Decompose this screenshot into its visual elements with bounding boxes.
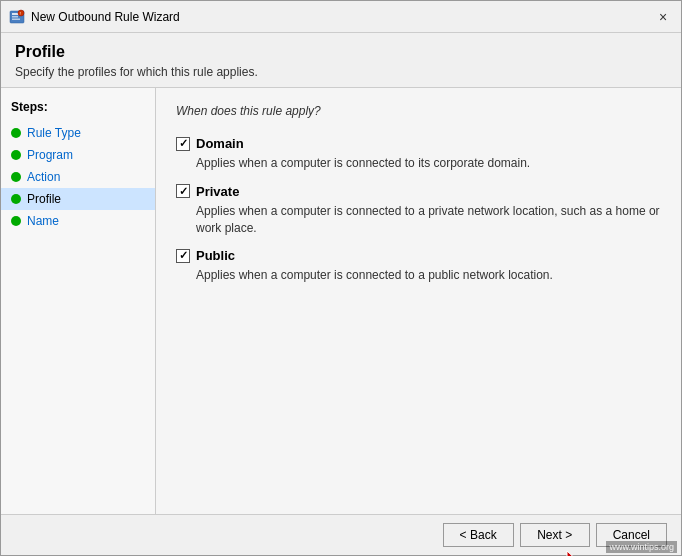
svg-marker-6 — [567, 551, 581, 556]
private-label: Private — [196, 184, 239, 199]
title-bar-left: ! New Outbound Rule Wizard — [9, 9, 180, 25]
domain-option: Domain Applies when a computer is connec… — [176, 136, 661, 172]
step-dot-program — [11, 150, 21, 160]
sidebar-item-rule-type: Rule Type — [1, 122, 155, 144]
main-panel: When does this rule apply? Domain Applie… — [156, 88, 681, 514]
sidebar-item-label-name: Name — [27, 214, 59, 228]
public-description: Applies when a computer is connected to … — [196, 267, 661, 284]
step-dot-action — [11, 172, 21, 182]
step-dot-profile — [11, 194, 21, 204]
dialog-window: ! New Outbound Rule Wizard × Profile Spe… — [0, 0, 682, 556]
svg-rect-2 — [12, 16, 18, 18]
sidebar-item-action: Action — [1, 166, 155, 188]
public-option: Public Applies when a computer is connec… — [176, 248, 661, 284]
domain-checkbox[interactable] — [176, 137, 190, 151]
header-section: Profile Specify the profiles for which t… — [1, 33, 681, 88]
sidebar-item-label-action: Action — [27, 170, 60, 184]
sidebar-item-label-rule-type: Rule Type — [27, 126, 81, 140]
step-dot-name — [11, 216, 21, 226]
domain-description: Applies when a computer is connected to … — [196, 155, 661, 172]
sidebar-item-program: Program — [1, 144, 155, 166]
sidebar-item-name: Name — [1, 210, 155, 232]
steps-panel: Steps: Rule Type Program Action Profile … — [1, 88, 156, 514]
sidebar-item-label-program: Program — [27, 148, 73, 162]
title-bar: ! New Outbound Rule Wizard × — [1, 1, 681, 33]
public-checkbox[interactable] — [176, 249, 190, 263]
page-subtitle: Specify the profiles for which this rule… — [15, 65, 667, 79]
svg-text:!: ! — [20, 11, 21, 16]
next-button[interactable]: Next > — [520, 523, 590, 547]
public-option-header: Public — [176, 248, 661, 263]
svg-rect-3 — [12, 18, 20, 20]
content-area: Steps: Rule Type Program Action Profile … — [1, 88, 681, 514]
page-title: Profile — [15, 43, 667, 61]
sidebar-item-profile: Profile — [1, 188, 155, 210]
sidebar-item-label-profile: Profile — [27, 192, 61, 206]
question-text: When does this rule apply? — [176, 104, 661, 118]
footer: < Back Next > Cancel www.wintips.org — [1, 514, 681, 555]
back-button[interactable]: < Back — [443, 523, 514, 547]
private-description: Applies when a computer is connected to … — [196, 203, 661, 237]
domain-option-header: Domain — [176, 136, 661, 151]
private-option: Private Applies when a computer is conne… — [176, 184, 661, 237]
private-checkbox[interactable] — [176, 184, 190, 198]
title-text: New Outbound Rule Wizard — [31, 10, 180, 24]
private-option-header: Private — [176, 184, 661, 199]
steps-heading: Steps: — [1, 98, 155, 122]
domain-label: Domain — [196, 136, 244, 151]
public-label: Public — [196, 248, 235, 263]
close-button[interactable]: × — [653, 7, 673, 27]
watermark: www.wintips.org — [606, 541, 677, 553]
step-dot-rule-type — [11, 128, 21, 138]
wizard-icon: ! — [9, 9, 25, 25]
